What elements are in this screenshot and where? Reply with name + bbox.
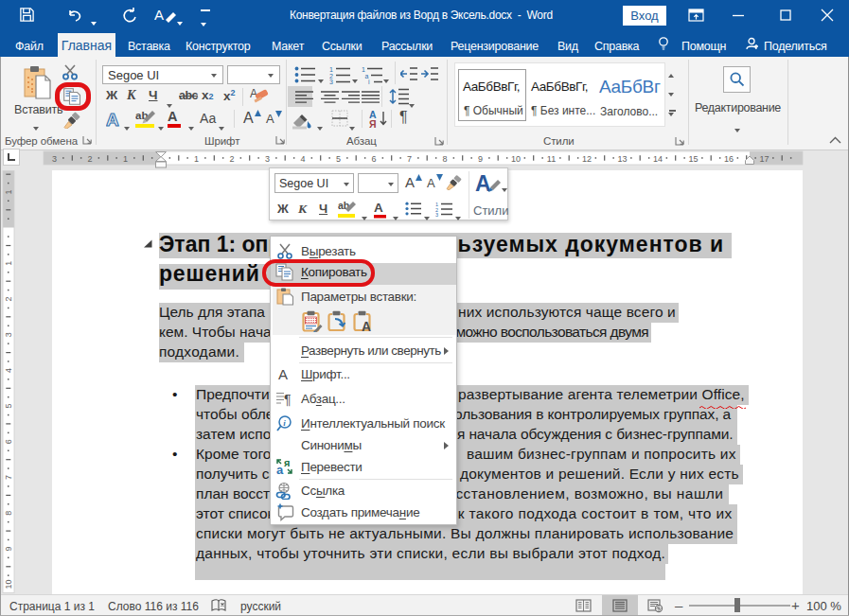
svg-text:i: i xyxy=(283,418,286,428)
svg-text:А: А xyxy=(362,319,371,332)
svg-text:3: 3 xyxy=(435,212,438,217)
svg-text:а: а xyxy=(276,463,284,476)
svg-text:A: A xyxy=(278,366,288,382)
svg-text:я: я xyxy=(284,458,290,468)
svg-text:А: А xyxy=(374,201,383,215)
svg-text:¶: ¶ xyxy=(284,392,292,407)
svg-text:А: А xyxy=(475,172,491,195)
